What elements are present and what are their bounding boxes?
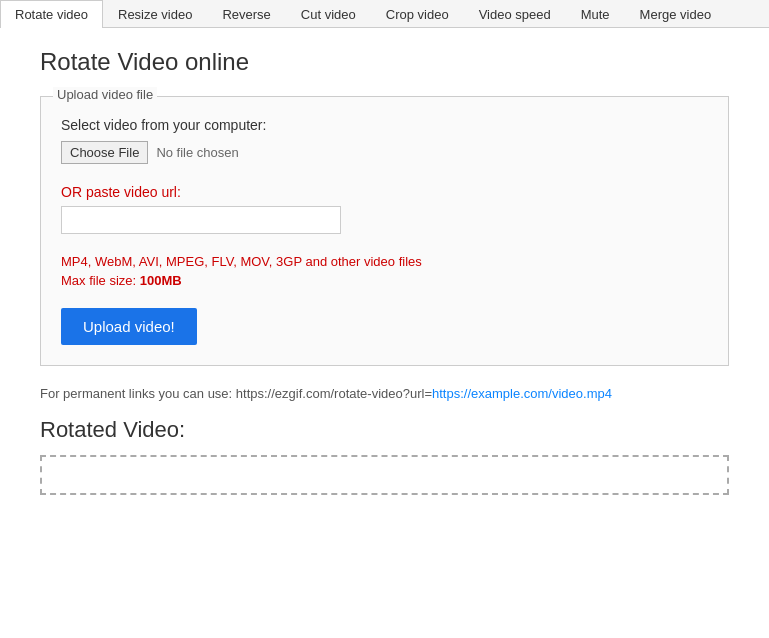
tab-bar: Rotate videoResize videoReverseCut video… <box>0 0 769 28</box>
upload-box: Upload video file Select video from your… <box>40 96 729 366</box>
tab-reverse[interactable]: Reverse <box>207 0 285 28</box>
rotated-video-placeholder <box>40 455 729 495</box>
maxsize-value: 100MB <box>140 273 182 288</box>
tab-cut[interactable]: Cut video <box>286 0 371 28</box>
permanent-link-note: For permanent links you can use: https:/… <box>40 386 729 401</box>
tab-mute[interactable]: Mute <box>566 0 625 28</box>
permanent-link-prefix: For permanent links you can use: https:/… <box>40 386 432 401</box>
page-title: Rotate Video online <box>40 48 729 76</box>
rotated-video-title: Rotated Video: <box>40 417 729 443</box>
select-label: Select video from your computer: <box>61 117 708 133</box>
choose-file-button[interactable]: Choose File <box>61 141 148 164</box>
maxsize-text: Max file size: 100MB <box>61 273 708 288</box>
tab-resize[interactable]: Resize video <box>103 0 207 28</box>
main-content: Rotate Video online Upload video file Se… <box>0 28 769 515</box>
tab-merge[interactable]: Merge video <box>625 0 727 28</box>
maxsize-prefix: Max file size: <box>61 273 140 288</box>
tab-crop[interactable]: Crop video <box>371 0 464 28</box>
file-input-row: Choose File No file chosen <box>61 141 708 164</box>
permanent-link-example[interactable]: https://example.com/video.mp4 <box>432 386 612 401</box>
no-file-label: No file chosen <box>156 145 238 160</box>
tab-rotate[interactable]: Rotate video <box>0 0 103 28</box>
tab-speed[interactable]: Video speed <box>464 0 566 28</box>
upload-legend: Upload video file <box>53 87 157 102</box>
url-label: OR paste video url: <box>61 184 708 200</box>
upload-button[interactable]: Upload video! <box>61 308 197 345</box>
url-input[interactable] <box>61 206 341 234</box>
formats-text: MP4, WebM, AVI, MPEG, FLV, MOV, 3GP and … <box>61 254 708 269</box>
